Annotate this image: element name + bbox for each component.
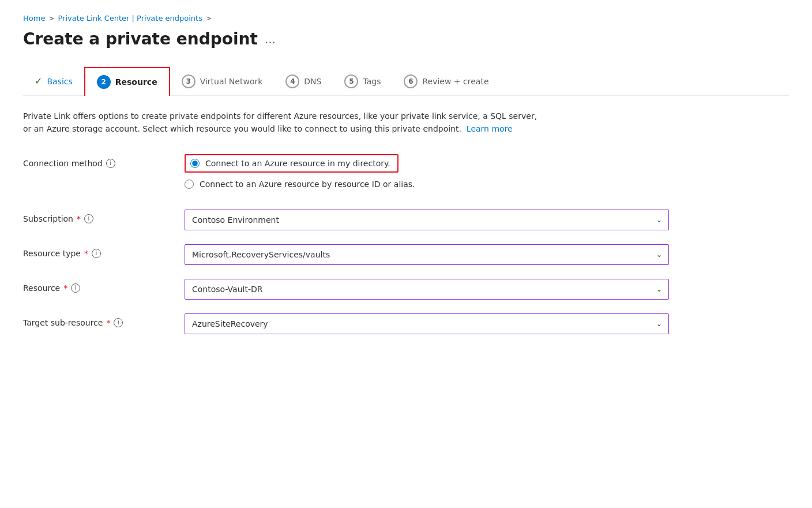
step-virtual-network-label: Virtual Network (200, 77, 263, 86)
resource-type-required-star: * (84, 249, 88, 258)
resource-type-dropdown[interactable]: Microsoft.RecoveryServices/vaults (185, 244, 669, 265)
step-virtual-network[interactable]: 3 Virtual Network (170, 68, 275, 95)
step-review-create[interactable]: 6 Review + create (392, 68, 500, 95)
page-title: Create a private endpoint (23, 29, 258, 48)
connection-method-label-col: Connection method i (23, 154, 185, 168)
connection-method-directory-highlight[interactable]: Connect to an Azure resource in my direc… (185, 154, 399, 173)
step-review-create-number: 6 (404, 74, 418, 88)
resource-type-control: Microsoft.RecoveryServices/vaults ⌄ (185, 244, 669, 265)
subscription-row: Subscription * i Contoso Environment ⌄ (23, 210, 761, 230)
resource-type-dropdown-wrapper: Microsoft.RecoveryServices/vaults ⌄ (185, 244, 669, 265)
step-review-create-label: Review + create (422, 77, 488, 86)
breadcrumb-sep-1: > (48, 14, 54, 23)
connection-method-directory-option[interactable]: Connect to an Azure resource in my direc… (185, 154, 669, 173)
resource-label: Resource (23, 283, 60, 293)
resource-type-info-icon[interactable]: i (92, 249, 101, 258)
breadcrumb-sep-2: > (206, 14, 212, 23)
description-text: Private Link offers options to create pr… (23, 111, 537, 133)
target-sub-resource-value: AzureSiteRecovery (192, 319, 268, 328)
step-dns-label: DNS (304, 77, 321, 86)
target-sub-resource-row: Target sub-resource * i AzureSiteRecover… (23, 313, 761, 334)
step-resource[interactable]: 2 Resource (84, 67, 170, 96)
step-dns[interactable]: 4 DNS (274, 68, 333, 95)
connection-method-label: Connection method (23, 159, 103, 168)
connection-method-resourceid-option[interactable]: Connect to an Azure resource by resource… (185, 180, 669, 189)
step-tags[interactable]: 5 Tags (333, 68, 392, 95)
subscription-dropdown[interactable]: Contoso Environment (185, 210, 669, 230)
subscription-value: Contoso Environment (192, 215, 279, 225)
step-basics[interactable]: ✓ Basics (23, 69, 84, 94)
resource-type-label: Resource type (23, 249, 81, 258)
step-tags-number: 5 (344, 74, 358, 88)
resource-type-row: Resource type * i Microsoft.RecoveryServ… (23, 244, 761, 265)
subscription-dropdown-wrapper: Contoso Environment ⌄ (185, 210, 669, 230)
resource-type-label-col: Resource type * i (23, 244, 185, 258)
breadcrumb-private-link[interactable]: Private Link Center | Private endpoints (58, 14, 202, 23)
target-sub-resource-info-icon[interactable]: i (114, 318, 123, 327)
resource-label-col: Resource * i (23, 279, 185, 293)
step-tags-label: Tags (363, 77, 381, 86)
step-virtual-network-number: 3 (182, 74, 196, 88)
connection-method-directory-label: Connect to an Azure resource in my direc… (205, 159, 390, 168)
connection-method-resourceid-radio[interactable] (185, 180, 194, 189)
resource-value: Contoso-Vault-DR (192, 285, 263, 294)
learn-more-link[interactable]: Learn more (467, 124, 513, 133)
step-basics-label: Basics (47, 77, 72, 86)
page-options-button[interactable]: ... (265, 32, 276, 46)
step-dns-number: 4 (285, 74, 299, 88)
step-basics-check-icon: ✓ (35, 76, 42, 87)
breadcrumb: Home > Private Link Center | Private end… (23, 14, 789, 23)
step-resource-label: Resource (115, 77, 157, 87)
resource-form: Connection method i Connect to an Azure … (23, 154, 761, 334)
resource-dropdown[interactable]: Contoso-Vault-DR (185, 279, 669, 300)
subscription-control: Contoso Environment ⌄ (185, 210, 669, 230)
connection-method-directory-radio[interactable] (190, 159, 200, 168)
description-block: Private Link offers options to create pr… (23, 110, 542, 136)
page-title-row: Create a private endpoint ... (23, 29, 789, 48)
subscription-info-icon[interactable]: i (84, 214, 93, 223)
steps-navigation: ✓ Basics 2 Resource 3 Virtual Network 4 … (23, 67, 789, 96)
target-sub-resource-required-star: * (106, 318, 110, 327)
breadcrumb-home[interactable]: Home (23, 14, 45, 23)
connection-method-row: Connection method i Connect to an Azure … (23, 154, 761, 196)
connection-method-resourceid-label: Connect to an Azure resource by resource… (200, 180, 415, 189)
connection-method-info-icon[interactable]: i (106, 159, 115, 168)
step-resource-number: 2 (97, 75, 111, 89)
resource-info-icon[interactable]: i (71, 283, 80, 293)
resource-dropdown-wrapper: Contoso-Vault-DR ⌄ (185, 279, 669, 300)
target-sub-resource-dropdown-wrapper: AzureSiteRecovery ⌄ (185, 313, 669, 334)
connection-method-options: Connect to an Azure resource in my direc… (185, 154, 669, 196)
resource-required-star: * (63, 283, 67, 293)
resource-row: Resource * i Contoso-Vault-DR ⌄ (23, 279, 761, 300)
target-sub-resource-dropdown[interactable]: AzureSiteRecovery (185, 313, 669, 334)
subscription-label-col: Subscription * i (23, 210, 185, 223)
subscription-required-star: * (77, 214, 81, 223)
target-sub-resource-control: AzureSiteRecovery ⌄ (185, 313, 669, 334)
subscription-label: Subscription (23, 214, 73, 223)
target-sub-resource-label-col: Target sub-resource * i (23, 313, 185, 327)
resource-control: Contoso-Vault-DR ⌄ (185, 279, 669, 300)
resource-type-value: Microsoft.RecoveryServices/vaults (192, 250, 330, 259)
target-sub-resource-label: Target sub-resource (23, 318, 103, 327)
